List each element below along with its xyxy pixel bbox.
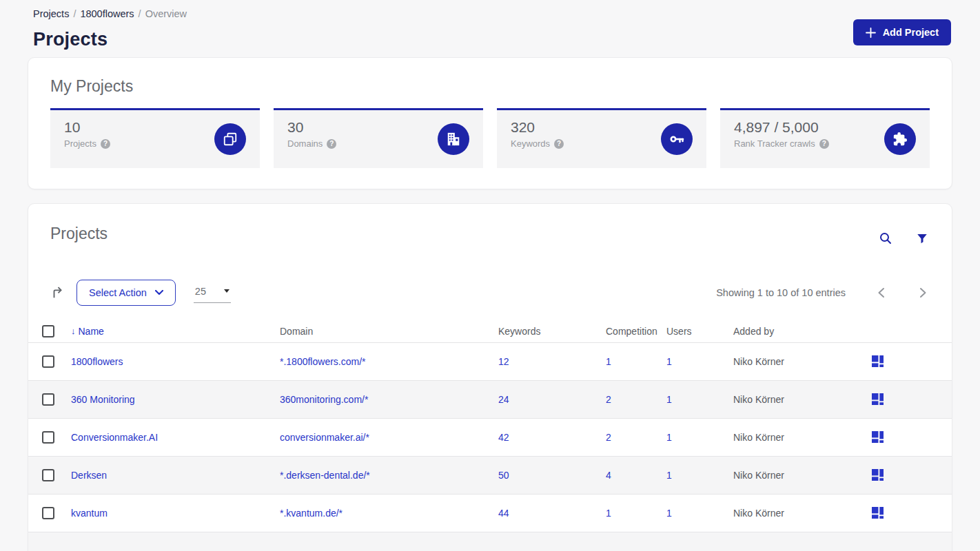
dashboard-icon[interactable] xyxy=(870,506,885,520)
row-checkbox[interactable] xyxy=(42,355,54,368)
table-row: Conversionmaker.AI conversionmaker.ai/* … xyxy=(28,419,952,457)
table-header-row: ↓ Name Domain Keywords Competition Users… xyxy=(28,320,952,343)
project-name-link[interactable]: Derksen xyxy=(71,470,280,481)
row-checkbox[interactable] xyxy=(42,469,54,481)
keywords-count-link[interactable]: 24 xyxy=(498,394,606,405)
competition-count-link[interactable]: 4 xyxy=(606,470,666,481)
projects-table: ↓ Name Domain Keywords Competition Users… xyxy=(28,320,952,551)
search-icon[interactable] xyxy=(877,230,894,247)
my-projects-title: My Projects xyxy=(50,77,930,96)
dashboard-icon[interactable] xyxy=(870,354,885,368)
table-row: 360 Monitoring 360monitoring.com/* 24 2 … xyxy=(28,381,952,419)
breadcrumb-separator: / xyxy=(139,8,141,19)
added-by-text: Niko Körner xyxy=(733,432,870,443)
stat-card-keywords: 320 Keywords ? xyxy=(497,108,706,168)
breadcrumb-overview: Overview xyxy=(145,8,187,19)
add-project-label: Add Project xyxy=(883,27,939,38)
next-page-icon[interactable] xyxy=(917,284,930,301)
competition-count-link[interactable]: 2 xyxy=(606,394,666,405)
stat-card-projects: 10 Projects ? xyxy=(50,108,260,168)
keywords-count-link[interactable]: 42 xyxy=(498,432,606,443)
chevron-down-icon xyxy=(155,290,163,295)
project-domain-link[interactable]: 360monitoring.com/* xyxy=(280,394,498,405)
sort-descending-icon: ↓ xyxy=(71,326,76,336)
key-icon xyxy=(661,123,693,155)
stats-row: 10 Projects ? 30 Domains ? xyxy=(50,108,930,168)
keywords-count-link[interactable]: 50 xyxy=(498,470,606,481)
column-header-name[interactable]: ↓ Name xyxy=(71,326,280,337)
users-count-link[interactable]: 1 xyxy=(666,470,733,481)
keywords-stat-label: Keywords xyxy=(511,138,550,149)
project-name-link[interactable]: Conversionmaker.AI xyxy=(71,432,280,443)
page-title: Projects xyxy=(33,29,947,50)
project-domain-link[interactable]: *.derksen-dental.de/* xyxy=(280,470,498,481)
keywords-count-link[interactable]: 44 xyxy=(498,508,606,519)
project-domain-link[interactable]: conversionmaker.ai/* xyxy=(280,432,498,443)
filter-icon[interactable] xyxy=(915,231,930,246)
puzzle-icon xyxy=(884,123,916,155)
row-checkbox[interactable] xyxy=(42,431,54,444)
users-count-link[interactable]: 1 xyxy=(666,356,733,367)
competition-count-link[interactable]: 1 xyxy=(606,508,666,519)
plus-icon xyxy=(866,28,876,38)
showing-entries-text: Showing 1 to 10 of 10 entries xyxy=(716,287,846,298)
my-projects-card: My Projects 10 Projects ? 30 Doma xyxy=(28,57,952,189)
table-body: 1800flowers *.1800flowers.com/* 12 1 1 N… xyxy=(28,343,952,551)
page-header: Projects/1800flowers/Overview Projects A… xyxy=(28,0,952,50)
prev-page-icon[interactable] xyxy=(875,284,888,301)
page-size-value: 25 xyxy=(195,286,206,297)
added-by-text: Niko Körner xyxy=(733,394,870,405)
competition-count-link[interactable]: 1 xyxy=(606,356,666,367)
column-header-keywords[interactable]: Keywords xyxy=(498,326,606,337)
dashboard-icon[interactable] xyxy=(870,430,885,444)
add-project-button[interactable]: Add Project xyxy=(853,19,951,45)
project-name-link[interactable]: 1800flowers xyxy=(71,356,280,367)
help-icon[interactable]: ? xyxy=(819,139,829,149)
dashboard-icon[interactable] xyxy=(870,392,885,406)
page-size-select[interactable]: 25 xyxy=(194,282,231,303)
stat-card-domains: 30 Domains ? xyxy=(274,108,483,168)
column-header-domain[interactable]: Domain xyxy=(280,326,498,337)
breadcrumb-projects[interactable]: Projects xyxy=(33,8,69,19)
projects-copy-icon xyxy=(214,123,246,155)
project-domain-link[interactable]: *.1800flowers.com/* xyxy=(280,356,498,367)
table-row xyxy=(28,532,952,551)
caret-down-icon xyxy=(224,289,229,293)
projects-stat-label: Projects xyxy=(64,138,96,149)
stat-card-crawls: 4,897 / 5,000 Rank Tracker crawls ? xyxy=(720,108,930,168)
keywords-count-link[interactable]: 12 xyxy=(498,356,606,367)
users-count-link[interactable]: 1 xyxy=(666,432,733,443)
help-icon[interactable]: ? xyxy=(101,139,110,149)
projects-panel: Projects Select Action 25 xyxy=(28,203,952,551)
table-controls: Select Action 25 Showing 1 to 10 of 10 e… xyxy=(28,280,952,306)
project-domain-link[interactable]: *.kvantum.de/* xyxy=(280,508,498,519)
row-checkbox[interactable] xyxy=(42,507,54,519)
project-name-link[interactable]: 360 Monitoring xyxy=(71,394,280,405)
breadcrumb-1800flowers[interactable]: 1800flowers xyxy=(80,8,134,19)
added-by-text: Niko Körner xyxy=(733,356,870,367)
export-arrow-icon[interactable] xyxy=(50,285,65,300)
table-row: kvantum *.kvantum.de/* 44 1 1 Niko Körne… xyxy=(28,495,952,532)
competition-count-link[interactable]: 2 xyxy=(606,432,666,443)
project-name-link[interactable]: kvantum xyxy=(71,508,280,519)
panel-tools xyxy=(877,225,930,247)
breadcrumb: Projects/1800flowers/Overview xyxy=(33,8,947,19)
select-action-label: Select Action xyxy=(89,287,147,298)
select-all-checkbox[interactable] xyxy=(42,325,54,337)
domains-stat-label: Domains xyxy=(287,138,323,149)
row-checkbox[interactable] xyxy=(42,393,54,406)
added-by-text: Niko Körner xyxy=(733,470,870,481)
building-icon xyxy=(438,123,469,155)
users-count-link[interactable]: 1 xyxy=(666,508,733,519)
column-header-users[interactable]: Users xyxy=(666,326,733,337)
column-header-added-by[interactable]: Added by xyxy=(733,326,870,337)
table-row: Derksen *.derksen-dental.de/* 50 4 1 Nik… xyxy=(28,457,952,495)
dashboard-icon[interactable] xyxy=(870,468,885,482)
help-icon[interactable]: ? xyxy=(554,139,564,149)
crawls-stat-label: Rank Tracker crawls xyxy=(734,138,815,149)
select-action-dropdown[interactable]: Select Action xyxy=(76,280,176,306)
column-header-competition[interactable]: Competition xyxy=(606,326,666,337)
help-icon[interactable]: ? xyxy=(327,139,336,149)
users-count-link[interactable]: 1 xyxy=(666,394,733,405)
projects-panel-title: Projects xyxy=(50,225,108,243)
